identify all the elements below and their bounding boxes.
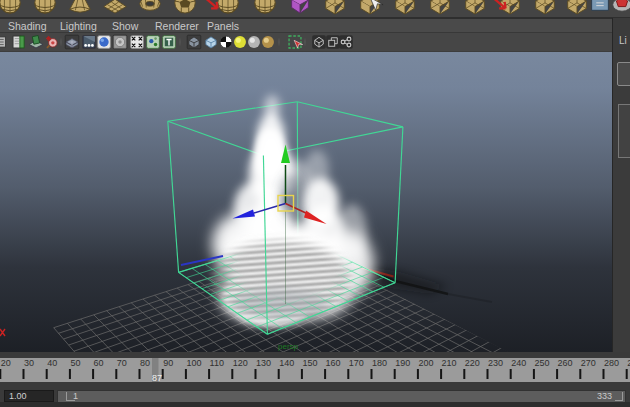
svg-text:160: 160 (326, 358, 341, 368)
svg-text:40: 40 (47, 358, 57, 368)
svg-text:100: 100 (186, 358, 201, 368)
svg-text:50: 50 (70, 358, 80, 368)
svg-text:180: 180 (372, 358, 387, 368)
svg-text:87: 87 (152, 373, 162, 383)
svg-text:230: 230 (488, 358, 503, 368)
svg-text:20: 20 (1, 358, 11, 368)
svg-text:260: 260 (558, 358, 573, 368)
svg-text:270: 270 (581, 358, 596, 368)
svg-text:30: 30 (24, 358, 34, 368)
svg-text:120: 120 (233, 358, 248, 368)
svg-text:200: 200 (418, 358, 433, 368)
svg-text:210: 210 (442, 358, 457, 368)
svg-text:60: 60 (94, 358, 104, 368)
svg-text:110: 110 (210, 358, 224, 368)
svg-text:220: 220 (465, 358, 480, 368)
svg-text:150: 150 (302, 358, 317, 368)
svg-text:140: 140 (279, 358, 294, 368)
svg-text:170: 170 (349, 358, 364, 368)
svg-text:130: 130 (256, 358, 271, 368)
svg-text:persp: persp (278, 342, 299, 351)
svg-text:90: 90 (163, 358, 173, 368)
svg-text:240: 240 (511, 358, 526, 368)
svg-text:190: 190 (395, 358, 410, 368)
svg-text:250: 250 (534, 358, 549, 368)
svg-text:280: 280 (604, 358, 619, 368)
svg-text:70: 70 (117, 358, 127, 368)
svg-text:80: 80 (140, 358, 150, 368)
